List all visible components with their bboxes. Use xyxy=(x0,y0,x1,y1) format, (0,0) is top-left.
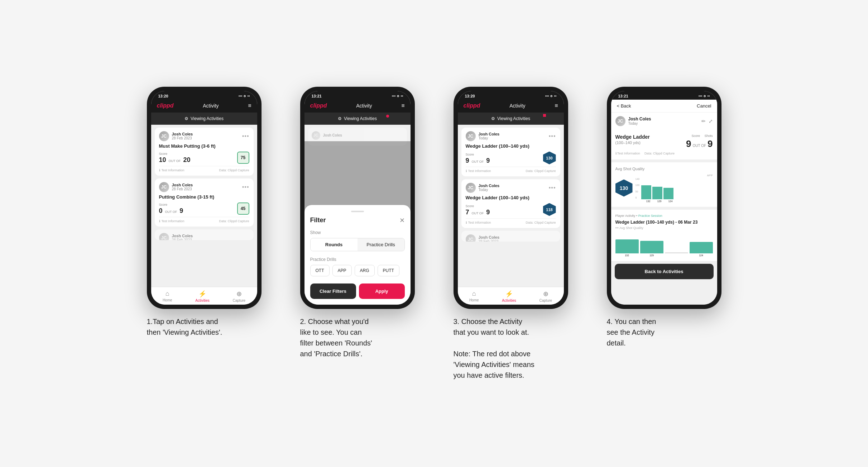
card-header-3-2: JC Josh Coles Today ••• xyxy=(466,183,556,193)
cancel-btn-4[interactable]: Cancel xyxy=(697,103,711,109)
battery-icon: ▪▪ xyxy=(247,94,250,98)
edit-icon-4[interactable]: ✏ xyxy=(701,118,706,124)
filter-sheet: Filter ✕ Show Rounds Practice Drills Pra… xyxy=(304,205,411,305)
signal-icon-4: ▪▪▪ xyxy=(699,94,702,98)
shots-value-3-1: 9 xyxy=(486,157,490,165)
filter-handle xyxy=(351,211,364,212)
banner-icon-2: ⚙ xyxy=(338,116,342,121)
clippd-logo-2: clippd xyxy=(310,103,327,109)
clear-filters-btn[interactable]: Clear Filters xyxy=(310,283,356,299)
nav-capture-1[interactable]: ⊕ Capture xyxy=(233,290,246,302)
nav-activities-1[interactable]: ⚡ Activities xyxy=(195,290,209,302)
capture-icon-1: ⊕ xyxy=(236,290,242,298)
drill-app-btn[interactable]: APP xyxy=(332,265,352,276)
hamburger-icon-2[interactable]: ≡ xyxy=(401,103,404,109)
score-label-1-2: Score xyxy=(159,203,183,206)
more-dots-3-1[interactable]: ••• xyxy=(549,133,556,139)
caption-4: 4. You can then see the Activity detail. xyxy=(607,316,721,348)
drill-arg-btn[interactable]: ARG xyxy=(355,265,375,276)
user-info-1-1: JC Josh Coles 28 Feb 2023 xyxy=(159,131,193,141)
activities-banner-1[interactable]: ⚙ Viewing Activities xyxy=(151,113,257,125)
nav-activities-label-3: Activities xyxy=(502,299,516,302)
user-name-3-3: Josh Coles xyxy=(479,235,500,239)
shots-value-1-2: 9 xyxy=(179,207,183,215)
avatar-4: JC xyxy=(615,116,625,126)
drill-ott-btn[interactable]: OTT xyxy=(310,265,330,276)
score-value-3-1: 9 xyxy=(466,157,469,165)
wifi-icon-3: ⌾ xyxy=(550,94,552,98)
filter-rounds-btn[interactable]: Rounds xyxy=(311,238,358,251)
apply-btn[interactable]: Apply xyxy=(359,283,405,299)
outof-1-2: OUT OF xyxy=(165,210,177,214)
session-bar-2 xyxy=(640,241,663,253)
drill-putt-btn[interactable]: PUTT xyxy=(378,265,399,276)
banner-icon-1: ⚙ xyxy=(184,116,188,121)
back-btn-4[interactable]: < Back xyxy=(617,103,631,109)
shot-quality-1-2: 45 xyxy=(237,202,249,215)
session-bar-1 xyxy=(615,239,639,253)
session-bar-3 xyxy=(665,252,688,253)
nav-home-3[interactable]: ⌂ Home xyxy=(469,290,479,302)
nav-home-label-1: Home xyxy=(163,298,172,302)
filter-title: Filter xyxy=(310,216,326,224)
activities-banner-2[interactable]: ⚙ Viewing Activities xyxy=(304,113,411,125)
phone-frame-2: 13:21 ▪▪▪ ⌾ ▪▪ clippd Activity ≡ ⚙ Vie xyxy=(300,87,415,309)
status-icons-2: ▪▪▪ ⌾ ▪▪ xyxy=(392,94,403,98)
shot-quality-hex-3-2: 118 xyxy=(543,203,556,216)
footer-left-3-1: ℹ Test Information xyxy=(466,169,491,173)
nav-title-2: Activity xyxy=(356,103,372,109)
status-time-2: 13:21 xyxy=(312,94,322,98)
nav-capture-3[interactable]: ⊕ Capture xyxy=(539,290,552,302)
outof-3-1: OUT OF xyxy=(472,160,484,163)
battery-icon-4: ▪▪ xyxy=(707,94,710,98)
detail-user-info-4: JC Josh Coles Today xyxy=(615,116,651,126)
filter-toggle-row: Rounds Practice Drills xyxy=(310,238,405,251)
nav-bar-1: clippd Activity ≡ xyxy=(151,100,257,113)
status-bar-1: 13:20 ▪▪▪ ⌾ ▪▪ xyxy=(151,91,257,100)
card-header-3-1: JC Josh Coles Today ••• xyxy=(466,131,556,141)
nav-title-3: Activity xyxy=(509,103,525,109)
card-footer-3-2: ℹ Test Information Data: Clippd Capture xyxy=(466,218,556,224)
activity-card-1-2[interactable]: JC Josh Coles 28 Feb 2023 ••• Putting Co… xyxy=(155,178,254,227)
bar-2-4 xyxy=(652,187,662,199)
back-to-activities-btn-4[interactable]: Back to Activities xyxy=(615,264,714,279)
user-name-3-1: Josh Coles xyxy=(479,132,500,136)
expand-icon-4[interactable]: ⤢ xyxy=(709,118,713,124)
activity-card-3-1[interactable]: JC Josh Coles Today ••• Wedge Ladder (10… xyxy=(461,128,560,176)
avg-quality-hex-4: 130 xyxy=(615,180,633,197)
outof-3-2: OUT OF xyxy=(472,211,484,215)
nav-home-label-3: Home xyxy=(469,298,479,302)
shots-value-1-1: 20 xyxy=(183,156,190,164)
detail-user-date-4: Today xyxy=(628,121,651,125)
detail-drill-range-4: (100–140 yds) xyxy=(615,140,650,145)
user-name-1-1: Josh Coles xyxy=(172,132,193,136)
user-date-1-2: 28 Feb 2023 xyxy=(172,187,193,191)
stats-row-1-2: Score 0 OUT OF 9 45 xyxy=(159,202,249,215)
card-footer-1-2: ℹ Test Information Data: Clippd Capture xyxy=(159,217,249,223)
activity-card-3-2[interactable]: JC Josh Coles Today ••• Wedge Ladder (10… xyxy=(461,179,560,228)
more-dots-1-2[interactable]: ••• xyxy=(242,184,249,190)
chart-app-label-4: APP xyxy=(707,174,713,177)
hamburger-icon-1[interactable]: ≡ xyxy=(248,103,251,109)
card-title-1-1: Must Make Putting (3-6 ft) xyxy=(159,143,249,149)
phone-column-3: 13:20 ▪▪▪ ⌾ ▪▪ clippd Activity ≡ ⚙ Vie xyxy=(443,87,579,381)
capture-icon-3: ⊕ xyxy=(543,290,548,298)
card-footer-1-1: ℹ Test Information Data: Clippd Capture xyxy=(159,166,249,172)
activity-card-1-1[interactable]: JC Josh Coles 28 Feb 2023 ••• Must Make … xyxy=(155,128,254,176)
status-time-4: 13:21 xyxy=(618,94,628,98)
nav-home-1[interactable]: ⌂ Home xyxy=(163,290,172,302)
user-info-3-2: JC Josh Coles Today xyxy=(466,183,500,193)
nav-bar-3: clippd Activity ≡ xyxy=(458,100,564,113)
footer-left-1-1: ℹ Test Information xyxy=(159,168,184,172)
footer-right-1-1: Data: Clippd Capture xyxy=(219,168,249,172)
nav-activities-3[interactable]: ⚡ Activities xyxy=(502,290,516,302)
activities-banner-3[interactable]: ⚙ Viewing Activities xyxy=(458,113,564,125)
caption-1: 1.Tap on Activities and then 'Viewing Ac… xyxy=(147,316,262,338)
hamburger-icon-3[interactable]: ≡ xyxy=(555,103,558,109)
filter-practice-drills-btn[interactable]: Practice Drills xyxy=(358,238,404,251)
more-dots-1-1[interactable]: ••• xyxy=(242,133,249,139)
more-dots-3-2[interactable]: ••• xyxy=(549,185,556,191)
footer-left-3-2: ℹ Test Information xyxy=(466,221,491,224)
filter-close-icon[interactable]: ✕ xyxy=(399,216,405,224)
avatar-3-2: JC xyxy=(466,183,476,193)
